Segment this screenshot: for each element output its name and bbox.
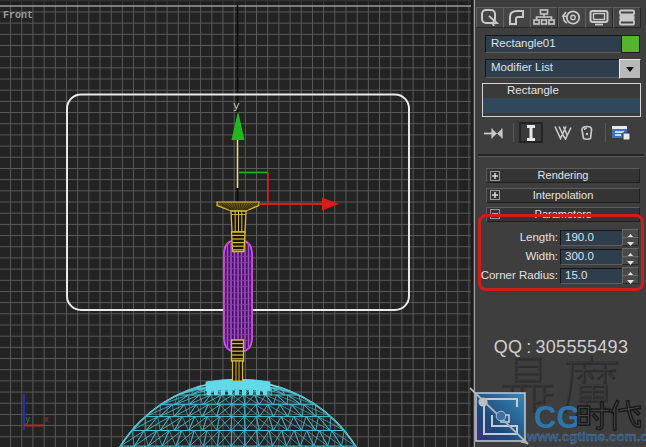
svg-text:x: x <box>44 414 49 424</box>
svg-text:y: y <box>233 100 240 112</box>
svg-text:www.cgtime.com.cn: www.cgtime.com.cn <box>526 429 646 444</box>
svg-text:Front: Front <box>3 10 33 21</box>
svg-text:y: y <box>26 414 31 424</box>
